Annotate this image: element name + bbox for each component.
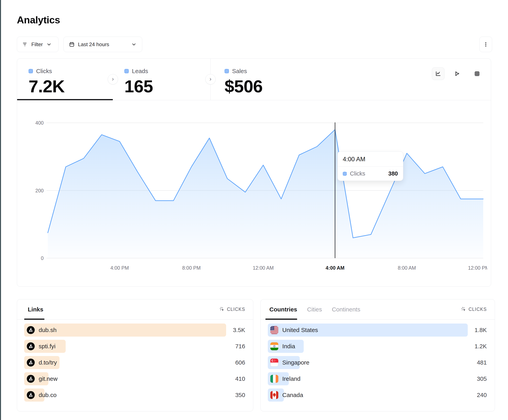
stat-tab-value: 7.2K	[29, 78, 113, 95]
svg-text:400: 400	[35, 120, 44, 126]
svg-text:12:00 PM: 12:00 PM	[468, 265, 487, 271]
row-value: 1.8K	[474, 324, 487, 337]
links-metric[interactable]: CLICKS	[219, 307, 245, 312]
clicks-area-chart[interactable]: 0200400 4:00 PM8:00 PM12:00 AM4:00 AM8:0…	[29, 118, 487, 276]
toolbar: Filter Last 24 hours	[17, 37, 492, 52]
table-row-d-to-try[interactable]: d.to/try 606	[24, 356, 245, 369]
countries-metric-label: CLICKS	[469, 307, 487, 312]
in-flag-icon	[270, 342, 278, 350]
tab-links[interactable]: Links	[28, 306, 43, 313]
table-row-india[interactable]: India 1.2K	[268, 340, 487, 353]
table-row-ireland[interactable]: Ireland 305	[268, 372, 487, 385]
filter-button-label: Filter	[31, 41, 43, 48]
more-options-button[interactable]	[479, 37, 492, 52]
tab-continents[interactable]: Continents	[332, 306, 360, 313]
chart-tooltip: 4:00 AM Clicks 380	[337, 151, 403, 181]
row-label: Singapore	[282, 359, 309, 366]
table-row-spti-fyi[interactable]: spti.fyi 716	[24, 340, 245, 353]
stat-tab-expand-button[interactable]: ›	[108, 74, 118, 84]
chevron-down-icon	[46, 41, 52, 47]
svg-text:8:00 AM: 8:00 AM	[398, 265, 416, 271]
funnel-view-button[interactable]	[451, 67, 464, 80]
countries-panel: CountriesCitiesContinents CLICKS United …	[261, 299, 495, 412]
row-label: Canada	[282, 392, 303, 398]
stat-tab-value: $506	[224, 78, 308, 95]
date-range-button[interactable]: Last 24 hours	[63, 37, 142, 52]
filter-icon	[22, 41, 28, 47]
chart-view-switcher	[432, 67, 483, 80]
tab-countries[interactable]: Countries	[269, 306, 297, 313]
us-flag-icon	[270, 326, 278, 334]
countries-panel-header: CountriesCitiesContinents CLICKS	[261, 299, 495, 319]
links-panel-header: Links CLICKS	[17, 299, 253, 319]
row-value: 3.5K	[233, 324, 245, 337]
row-label: dub.sh	[39, 327, 57, 333]
stat-tab-label: Leads	[132, 68, 148, 74]
svg-text:200: 200	[35, 188, 44, 193]
row-value: 240	[477, 389, 487, 402]
window-edge-strip	[0, 0, 1, 420]
sg-flag-icon	[270, 359, 278, 367]
filter-button[interactable]: Filter	[17, 37, 59, 52]
analytics-page: Analytics Filter Last 24 hours Clicks7.2…	[0, 0, 508, 420]
table-row-singapore[interactable]: Singapore 481	[268, 356, 487, 369]
row-label: git.new	[39, 376, 58, 382]
svg-text:12:00 AM: 12:00 AM	[253, 265, 274, 271]
stat-tab-clicks[interactable]: Clicks7.2K	[17, 59, 113, 100]
page-title: Analytics	[17, 14, 60, 26]
countries-row-list: United States 1.8K India 1.2K Singapore …	[268, 324, 487, 405]
sales-legend-swatch	[224, 69, 229, 73]
cursor-click-icon	[219, 307, 225, 312]
links-active-tab-underline	[24, 319, 45, 320]
date-range-label: Last 24 hours	[78, 41, 109, 48]
row-value: 606	[235, 356, 245, 369]
analytics-chart-card: Clicks7.2KLeads165Sales$506›› 0200400 4:…	[17, 58, 491, 287]
line-chart-view-button[interactable]	[432, 67, 445, 80]
leads-legend-swatch	[124, 69, 129, 73]
dub-logo-icon	[27, 342, 35, 350]
links-metric-label: CLICKS	[227, 307, 245, 312]
svg-text:4:00 AM: 4:00 AM	[326, 265, 344, 271]
line-chart-icon	[435, 71, 441, 77]
svg-text:0: 0	[41, 255, 44, 261]
row-value: 305	[477, 372, 487, 385]
table-grid-view-button[interactable]	[471, 67, 483, 80]
clicks-legend-swatch	[343, 172, 347, 176]
table-row-git-new[interactable]: git.new 410	[24, 372, 245, 385]
ie-flag-icon	[270, 375, 278, 383]
row-value: 1.2K	[474, 340, 487, 353]
clicks-legend-swatch	[29, 69, 33, 73]
chevron-down-icon	[131, 41, 137, 47]
row-value: 350	[235, 389, 245, 402]
stat-tab-sales[interactable]: Sales$506	[210, 59, 308, 100]
table-grid-icon	[474, 71, 480, 77]
cursor-click-icon	[461, 307, 466, 312]
countries-active-tab-underline	[265, 319, 297, 320]
dub-logo-icon	[27, 359, 35, 367]
stat-tab-leads[interactable]: Leads165	[113, 59, 210, 100]
stat-tab-label: Sales	[232, 68, 247, 74]
row-value: 481	[477, 356, 487, 369]
row-value: 410	[235, 372, 245, 385]
dub-logo-icon	[27, 391, 35, 399]
countries-metric[interactable]: CLICKS	[461, 307, 487, 312]
dub-logo-icon	[27, 326, 35, 334]
calendar-icon	[69, 41, 75, 47]
table-row-united-states[interactable]: United States 1.8K	[268, 324, 487, 337]
row-label: Ireland	[282, 376, 300, 382]
kebab-menu-icon	[483, 41, 489, 47]
links-row-list: dub.sh 3.5K spti.fyi 716 d.to/try 606 gi…	[24, 324, 245, 405]
row-label: India	[282, 343, 295, 350]
funnel-icon	[455, 71, 461, 77]
row-label: dub.co	[39, 392, 57, 398]
table-row-canada[interactable]: Canada 240	[268, 389, 487, 402]
svg-text:4:00 PM: 4:00 PM	[110, 265, 129, 271]
tab-cities[interactable]: Cities	[307, 306, 322, 313]
stat-tab-expand-button[interactable]: ›	[205, 74, 216, 84]
stat-tab-value: 165	[124, 78, 210, 95]
ca-flag-icon	[270, 391, 278, 399]
tooltip-time: 4:00 AM	[338, 152, 403, 167]
dub-logo-icon	[27, 375, 35, 383]
table-row-dub-sh[interactable]: dub.sh 3.5K	[24, 324, 245, 337]
table-row-dub-co[interactable]: dub.co 350	[24, 389, 245, 402]
